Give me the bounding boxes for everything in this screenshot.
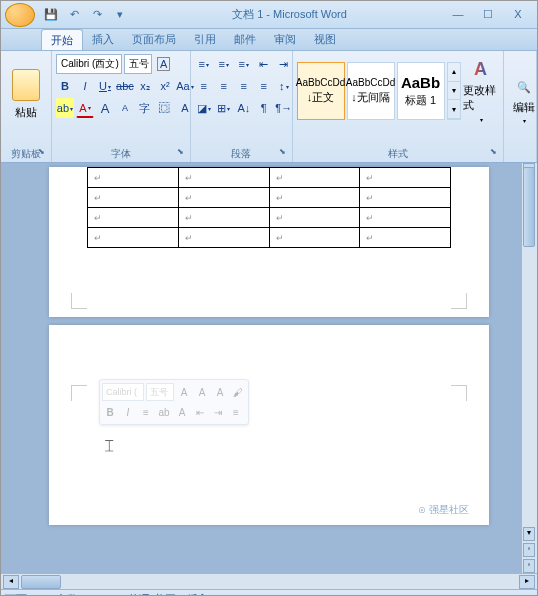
- minimize-button[interactable]: —: [449, 8, 467, 21]
- table-cell[interactable]: ↵: [88, 168, 179, 188]
- table-cell[interactable]: ↵: [178, 208, 269, 228]
- mini-shrink-button[interactable]: A: [194, 383, 210, 401]
- table-cell[interactable]: ↵: [88, 228, 179, 248]
- shrink-font-button[interactable]: A: [116, 98, 134, 118]
- line-spacing-button[interactable]: ↕▾: [275, 76, 293, 96]
- table-cell[interactable]: ↵: [178, 168, 269, 188]
- mini-highlight-button[interactable]: ab: [156, 403, 172, 421]
- browse-prev-button[interactable]: ◦: [523, 543, 535, 557]
- view-draft-button[interactable]: ▥: [359, 590, 377, 597]
- style-scroll-up[interactable]: ▴: [448, 63, 460, 82]
- paste-button[interactable]: 粘贴: [6, 54, 46, 134]
- tab-insert[interactable]: 插入: [83, 29, 123, 50]
- align-center-button[interactable]: ≡: [215, 76, 233, 96]
- tab-view[interactable]: 视图: [305, 29, 345, 50]
- document-page-2[interactable]: Calibri ( 五号 A A A 🖌 B I ≡ ab A ⇤ ⇥ ≡: [49, 325, 489, 525]
- find-button[interactable]: 🔍: [514, 78, 534, 98]
- style-scroll-down[interactable]: ▾: [448, 82, 460, 101]
- table-row[interactable]: ↵↵↵↵: [88, 208, 451, 228]
- close-button[interactable]: X: [509, 8, 527, 21]
- tab-page-layout[interactable]: 页面布局: [123, 29, 185, 50]
- maximize-button[interactable]: ☐: [479, 8, 497, 21]
- tab-references[interactable]: 引用: [185, 29, 225, 50]
- char-border-button[interactable]: ⿴: [156, 98, 174, 118]
- mini-italic-button[interactable]: I: [120, 403, 136, 421]
- shading-button[interactable]: ◪▾: [195, 98, 213, 118]
- hscroll-right-button[interactable]: ▸: [519, 575, 535, 589]
- decrease-indent-button[interactable]: ⇤: [255, 54, 273, 74]
- status-page[interactable]: 页面: 2/2: [5, 592, 48, 596]
- justify-button[interactable]: ≡: [255, 76, 273, 96]
- scroll-thumb[interactable]: [523, 167, 535, 247]
- office-button[interactable]: [5, 3, 35, 27]
- document-page-1[interactable]: ↵↵↵↵↵↵↵↵↵↵↵↵↵↵↵↵: [49, 167, 489, 317]
- align-left-button[interactable]: ≡: [195, 76, 213, 96]
- table-row[interactable]: ↵↵↵↵: [88, 188, 451, 208]
- undo-button[interactable]: ↶: [64, 5, 84, 25]
- view-outline-button[interactable]: ▣: [333, 590, 351, 597]
- table-cell[interactable]: ↵: [360, 208, 451, 228]
- table-row[interactable]: ↵↵↵↵: [88, 168, 451, 188]
- style-normal[interactable]: AaBbCcDd ↓正文: [297, 62, 345, 120]
- table-cell[interactable]: ↵: [269, 208, 360, 228]
- tab-review[interactable]: 审阅: [265, 29, 305, 50]
- align-right-button[interactable]: ≡: [235, 76, 253, 96]
- save-button[interactable]: 💾: [41, 5, 61, 25]
- superscript-button[interactable]: x²: [156, 76, 174, 96]
- text-direction-button[interactable]: ¶→: [275, 98, 293, 118]
- tab-home[interactable]: 开始: [41, 29, 83, 50]
- mini-grow-button[interactable]: A: [176, 383, 192, 401]
- mini-font-select[interactable]: Calibri (: [102, 383, 144, 401]
- phonetic-guide-button[interactable]: 字: [136, 98, 154, 118]
- style-expand[interactable]: ▾: [448, 100, 460, 119]
- table-cell[interactable]: ↵: [269, 168, 360, 188]
- clear-formatting-button[interactable]: A: [154, 54, 173, 74]
- hscroll-thumb[interactable]: [21, 575, 61, 589]
- document-table[interactable]: ↵↵↵↵↵↵↵↵↵↵↵↵↵↵↵↵: [87, 167, 451, 248]
- italic-button[interactable]: I: [76, 76, 94, 96]
- strike-button[interactable]: abc: [116, 76, 134, 96]
- status-language[interactable]: 英语(美国): [128, 592, 179, 596]
- mini-center-button[interactable]: ≡: [138, 403, 154, 421]
- underline-button[interactable]: U▾: [96, 76, 114, 96]
- highlight-button[interactable]: ab▾: [56, 98, 74, 118]
- table-cell[interactable]: ↵: [360, 188, 451, 208]
- borders-button[interactable]: ⊞▾: [215, 98, 233, 118]
- mini-indent-dec-button[interactable]: ⇤: [192, 403, 208, 421]
- status-words[interactable]: 字数: 416: [56, 592, 102, 596]
- table-cell[interactable]: ↵: [178, 228, 269, 248]
- status-mode[interactable]: 插入: [187, 592, 209, 596]
- font-name-select[interactable]: Calibri (西文): [56, 54, 122, 74]
- table-cell[interactable]: ↵: [360, 228, 451, 248]
- horizontal-scrollbar[interactable]: ◂ ▸: [1, 573, 537, 589]
- table-cell[interactable]: ↵: [88, 208, 179, 228]
- subscript-button[interactable]: x₂: [136, 76, 154, 96]
- style-no-spacing[interactable]: AaBbCcDd ↓无间隔: [347, 62, 395, 120]
- style-heading1[interactable]: AaBb 标题 1: [397, 62, 445, 120]
- view-print-layout-button[interactable]: ▦: [255, 590, 273, 597]
- zoom-in-button[interactable]: +: [515, 590, 533, 597]
- grow-font-button[interactable]: A: [96, 98, 114, 118]
- mini-list-button[interactable]: ≡: [228, 403, 244, 421]
- increase-indent-button[interactable]: ⇥: [275, 54, 293, 74]
- table-cell[interactable]: ↵: [269, 188, 360, 208]
- table-cell[interactable]: ↵: [178, 188, 269, 208]
- bold-button[interactable]: B: [56, 76, 74, 96]
- show-marks-button[interactable]: ¶: [255, 98, 273, 118]
- view-full-screen-button[interactable]: ▤: [281, 590, 299, 597]
- multilevel-button[interactable]: ≡▾: [235, 54, 253, 74]
- table-row[interactable]: ↵↵↵↵: [88, 228, 451, 248]
- document-area[interactable]: ↵↵↵↵↵↵↵↵↵↵↵↵↵↵↵↵ Calibri ( 五号 A A A 🖌: [1, 163, 537, 573]
- mini-color-button[interactable]: A: [174, 403, 190, 421]
- mini-indent-inc-button[interactable]: ⇥: [210, 403, 226, 421]
- zoom-out-button[interactable]: −: [421, 590, 439, 597]
- numbering-button[interactable]: ≡▾: [215, 54, 233, 74]
- view-web-layout-button[interactable]: ◫: [307, 590, 325, 597]
- redo-button[interactable]: ↷: [87, 5, 107, 25]
- mini-styles-button[interactable]: A: [212, 383, 228, 401]
- font-size-select[interactable]: 五号: [124, 54, 152, 74]
- vertical-scrollbar[interactable]: ▴ ▾ ◦ ◦: [521, 163, 537, 573]
- change-styles-button[interactable]: A 更改样式 ▾: [463, 59, 499, 123]
- mini-size-select[interactable]: 五号: [146, 383, 174, 401]
- quickaccess-more[interactable]: ▾: [110, 5, 130, 25]
